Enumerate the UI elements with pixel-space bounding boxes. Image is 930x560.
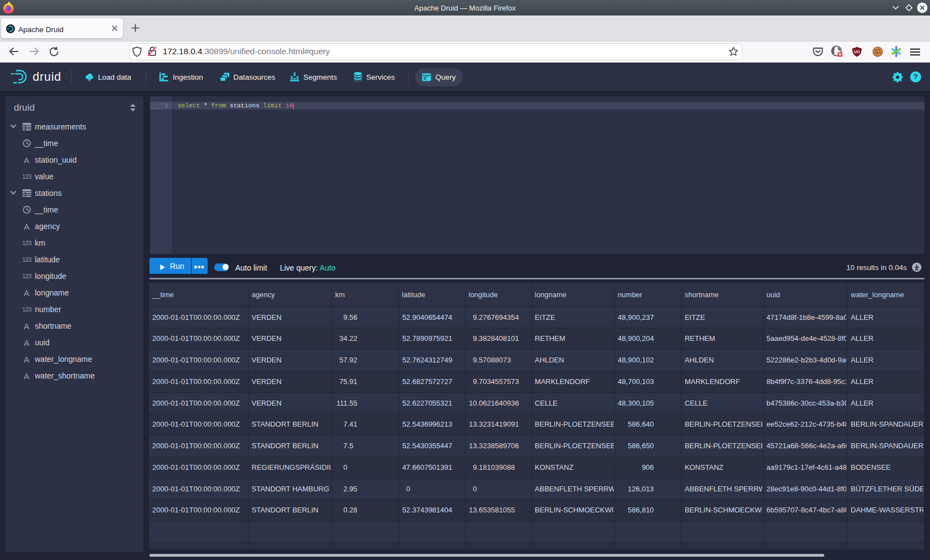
svg-text:UO: UO [854,50,860,54]
